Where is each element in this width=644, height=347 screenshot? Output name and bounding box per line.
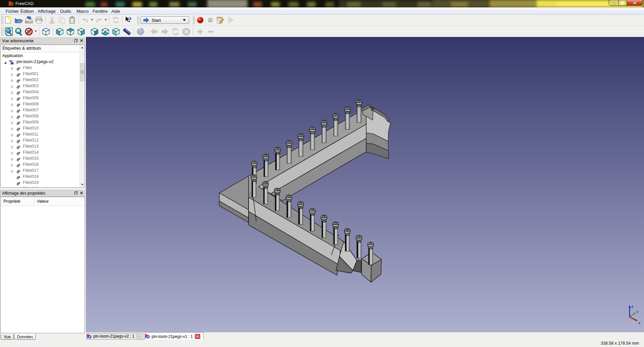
svg-text:Z: Z <box>631 305 633 308</box>
svg-text:X: X <box>638 321 641 325</box>
svg-text:Y: Y <box>636 310 639 314</box>
